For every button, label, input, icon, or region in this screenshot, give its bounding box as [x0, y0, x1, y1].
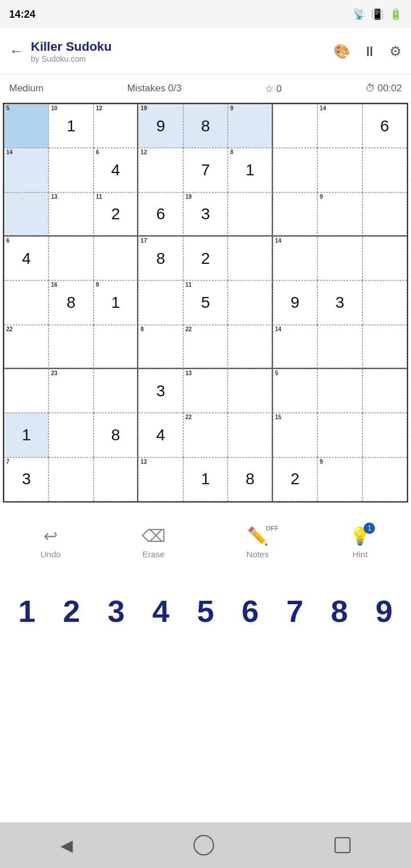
number-btn-4[interactable]: 4 — [144, 593, 178, 629]
cell-r9-c2[interactable] — [49, 457, 93, 501]
number-btn-3[interactable]: 3 — [99, 593, 134, 629]
cell-r6-c5[interactable]: 22 — [183, 325, 228, 369]
cell-r6-c4[interactable]: 8 — [138, 325, 183, 369]
number-btn-8[interactable]: 8 — [323, 593, 357, 629]
cell-r5-c2[interactable]: 168 — [49, 280, 93, 324]
cell-r9-c1[interactable]: 73 — [4, 457, 49, 501]
cell-r5-c1[interactable] — [4, 280, 49, 324]
undo-button[interactable]: ↩ Undo — [41, 526, 61, 559]
cell-r5-c5[interactable]: 115 — [183, 280, 228, 324]
number-btn-7[interactable]: 7 — [277, 593, 312, 629]
cell-r6-c8[interactable] — [317, 325, 362, 369]
cell-r4-c4[interactable]: 178 — [138, 236, 183, 280]
cell-r7-c8[interactable] — [317, 369, 362, 413]
cell-r2-c1[interactable]: 14 — [4, 148, 49, 192]
cell-r5-c7[interactable]: 9 — [273, 280, 317, 324]
cell-r5-c6[interactable] — [228, 280, 272, 324]
cell-r8-c3[interactable]: 8 — [94, 413, 138, 457]
cell-r3-c6[interactable] — [228, 192, 272, 236]
cell-r4-c2[interactable] — [49, 236, 93, 280]
cell-r6-c1[interactable]: 22 — [4, 325, 49, 369]
cell-r8-c6[interactable] — [228, 413, 272, 457]
cell-r6-c2[interactable] — [49, 325, 93, 369]
back-button[interactable]: ← — [9, 42, 24, 60]
cell-r4-c5[interactable]: 2 — [183, 236, 228, 280]
cell-r1-c2[interactable]: 101 — [49, 104, 93, 148]
cell-r2-c4[interactable]: 12 — [138, 148, 183, 192]
number-btn-1[interactable]: 1 — [10, 593, 44, 629]
cell-r6-c9[interactable] — [362, 325, 407, 369]
cell-r1-c9[interactable]: 6 — [362, 104, 407, 148]
cell-r1-c6[interactable]: 9 — [228, 104, 272, 148]
cell-r4-c9[interactable] — [362, 236, 407, 280]
cell-r3-c4[interactable]: 6 — [138, 192, 183, 236]
cell-r2-c5[interactable]: 7 — [183, 148, 228, 192]
number-btn-6[interactable]: 6 — [233, 593, 267, 629]
cell-r9-c3[interactable] — [94, 457, 138, 501]
hint-button[interactable]: 💡 1 Hint — [349, 526, 370, 559]
cell-r7-c6[interactable] — [228, 369, 272, 413]
cell-r4-c7[interactable]: 14 — [273, 236, 317, 280]
palette-icon[interactable]: 🎨 — [333, 43, 350, 59]
cell-r3-c5[interactable]: 193 — [183, 192, 228, 236]
cell-r9-c7[interactable]: 2 — [273, 457, 317, 501]
cell-r3-c8[interactable]: 9 — [317, 192, 362, 236]
cell-r5-c3[interactable]: 81 — [94, 280, 138, 324]
cell-r8-c8[interactable] — [317, 413, 362, 457]
cell-r7-c1[interactable] — [4, 369, 49, 413]
cell-r1-c5[interactable]: 8 — [183, 104, 228, 148]
cell-r2-c8[interactable] — [317, 148, 362, 192]
cell-r7-c9[interactable] — [362, 369, 407, 413]
cell-r9-c6[interactable]: 8 — [228, 457, 272, 501]
cell-r8-c4[interactable]: 4 — [138, 413, 183, 457]
cell-r5-c4[interactable] — [138, 280, 183, 324]
pause-icon[interactable]: ⏸ — [363, 43, 377, 59]
cell-r1-c1[interactable]: 5 — [4, 104, 49, 148]
cell-r8-c5[interactable]: 22 — [183, 413, 228, 457]
cell-r7-c4[interactable]: 3 — [138, 369, 183, 413]
cell-r3-c9[interactable] — [362, 192, 407, 236]
cell-r8-c1[interactable]: 1 — [4, 413, 49, 457]
cell-r2-c7[interactable] — [273, 148, 317, 192]
cell-r2-c3[interactable]: 64 — [94, 148, 138, 192]
cell-r3-c1[interactable] — [4, 192, 49, 236]
cell-r3-c3[interactable]: 112 — [94, 192, 138, 236]
number-btn-5[interactable]: 5 — [188, 593, 223, 629]
cell-r6-c7[interactable]: 14 — [273, 325, 317, 369]
cell-r4-c8[interactable] — [317, 236, 362, 280]
erase-button[interactable]: ⌫ Erase — [142, 526, 166, 559]
cell-r4-c6[interactable] — [228, 236, 272, 280]
cell-r3-c2[interactable]: 13 — [49, 192, 93, 236]
cell-r8-c7[interactable]: 15 — [273, 413, 317, 457]
cell-r3-c7[interactable] — [273, 192, 317, 236]
nav-back-button[interactable]: ◀ — [61, 836, 73, 855]
cell-r7-c7[interactable]: 5 — [273, 369, 317, 413]
cell-r7-c5[interactable]: 13 — [183, 369, 228, 413]
cell-r9-c9[interactable] — [362, 457, 407, 501]
cell-r6-c3[interactable] — [94, 325, 138, 369]
cell-r5-c9[interactable] — [362, 280, 407, 324]
cell-r6-c6[interactable] — [228, 325, 272, 369]
cell-r1-c3[interactable]: 12 — [94, 104, 138, 148]
cell-r8-c2[interactable] — [49, 413, 93, 457]
cell-r9-c8[interactable]: 9 — [317, 457, 362, 501]
cell-r2-c6[interactable]: 81 — [228, 148, 272, 192]
cell-r2-c2[interactable] — [49, 148, 93, 192]
number-btn-2[interactable]: 2 — [54, 593, 88, 629]
cell-r5-c8[interactable]: 3 — [317, 280, 362, 324]
settings-icon[interactable]: ⚙ — [389, 43, 402, 59]
cell-r7-c3[interactable] — [94, 369, 138, 413]
nav-home-button[interactable] — [194, 835, 214, 855]
cell-r4-c3[interactable] — [94, 236, 138, 280]
cell-r1-c4[interactable]: 199 — [138, 104, 183, 148]
nav-recents-button[interactable] — [335, 837, 350, 853]
cell-r1-c8[interactable]: 14 — [317, 104, 362, 148]
cell-r9-c5[interactable]: 1 — [183, 457, 228, 501]
cell-r9-c4[interactable]: 12 — [138, 457, 183, 501]
cell-r4-c1[interactable]: 64 — [4, 236, 49, 280]
cell-r8-c9[interactable] — [362, 413, 407, 457]
cell-r2-c9[interactable] — [362, 148, 407, 192]
notes-button[interactable]: ✏️ OFF Notes — [247, 526, 269, 559]
number-btn-9[interactable]: 9 — [367, 593, 401, 629]
cell-r7-c2[interactable]: 23 — [49, 369, 93, 413]
